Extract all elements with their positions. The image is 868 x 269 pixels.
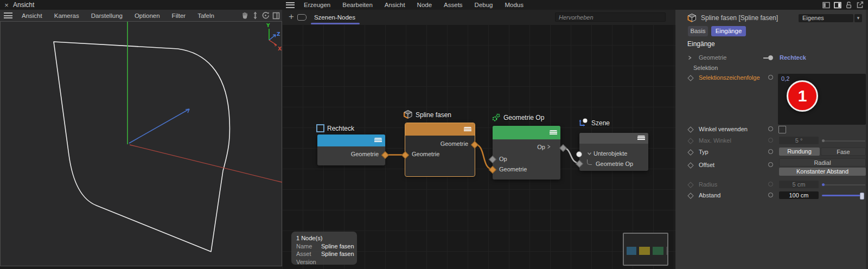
gears-icon (492, 113, 501, 122)
tab-label: Szenen-Nodes (314, 14, 355, 21)
menu-darstellung[interactable]: Darstellung (85, 12, 129, 19)
port-geometrie[interactable] (768, 55, 773, 60)
chevron-right-icon (547, 144, 551, 149)
node-minimap[interactable] (623, 233, 668, 266)
menu-optionen[interactable]: Optionen (129, 12, 166, 19)
port-selektionszeichenfolge[interactable] (768, 75, 773, 80)
port-winkel-verwenden[interactable] (768, 126, 773, 131)
row-label-typ[interactable]: Typ (699, 149, 709, 155)
row-label-geometrie[interactable]: Geometrie (699, 54, 726, 61)
row-diamond-icon (687, 193, 693, 198)
tab-eingaenge[interactable]: Eingänge (711, 26, 746, 36)
chevron-down-icon[interactable] (587, 152, 592, 156)
minimap-node-geometrie-op (653, 247, 663, 255)
port-label-geometrie-op: Geometrie Op (579, 159, 648, 169)
node-title-rechteck: Rechteck (316, 124, 354, 132)
port-label-op-out: Op (493, 142, 560, 152)
node-header[interactable] (493, 126, 560, 139)
offset-option-konstanter-abstand[interactable]: Konstanter Abstand (779, 168, 866, 176)
menu-filter[interactable]: Filter (166, 12, 192, 19)
axis-gizmo: Y Z X (266, 23, 282, 52)
lock-icon[interactable] (845, 1, 852, 9)
layout-split-left-icon[interactable] (822, 2, 830, 9)
rotate-view-icon[interactable] (261, 11, 270, 20)
typ-option-rundung[interactable]: Rundung (779, 148, 820, 156)
tab-szenen-nodes[interactable]: Szenen-Nodes (313, 14, 358, 21)
abstand-field[interactable]: 100 cm (779, 191, 819, 199)
node-menu-icon[interactable] (464, 127, 471, 132)
node-title-geometrie-op: Geometrie Op (492, 113, 544, 122)
node-header[interactable] (405, 123, 475, 136)
port-typ[interactable] (768, 149, 773, 154)
menu-tafeln[interactable]: Tafeln (192, 12, 220, 19)
node-geometrie-op[interactable]: Op Op Geometrie (493, 126, 560, 180)
port-unterobjekte-in[interactable] (576, 151, 582, 157)
maximize-view-icon[interactable] (272, 12, 280, 20)
radius-field: 5 cm (779, 181, 819, 188)
node-title-spline-fasen: Spline fasen (403, 110, 451, 120)
viewport-title-bar: × Ansicht (0, 0, 282, 10)
pan-hand-icon[interactable] (241, 11, 249, 20)
node-rechteck[interactable]: Geometrie (317, 134, 385, 165)
x-axis-line (130, 145, 282, 182)
3d-viewport[interactable]: Y Z X (0, 21, 282, 266)
port-offset[interactable] (768, 162, 773, 167)
node-header[interactable] (317, 134, 385, 146)
offset-option-radial[interactable]: Radial (779, 158, 866, 166)
rectangle-icon (316, 124, 324, 132)
port-abstand[interactable] (768, 193, 773, 197)
highlight-search-input[interactable] (555, 12, 666, 22)
node-menu-icon[interactable] (550, 130, 557, 136)
node-count: 1 Node(s) (296, 234, 322, 242)
group-selektion: Selektion (693, 65, 718, 71)
svg-text:Y: Y (266, 23, 270, 28)
hamburger-menu-icon[interactable] (4, 12, 12, 18)
section-eingaenge: Eingänge (687, 40, 715, 48)
add-tab-icon[interactable]: + (282, 11, 297, 23)
expander-chevron-icon[interactable] (688, 55, 692, 60)
node-menu-icon[interactable] (374, 138, 382, 143)
tab-basis[interactable]: Basis (688, 26, 708, 36)
close-icon[interactable]: × (0, 1, 13, 9)
port-max-winkel (768, 138, 773, 143)
winkel-verwenden-checkbox[interactable] (778, 126, 786, 133)
port-connected-line (763, 57, 768, 59)
value-geometrie[interactable]: Rechteck (780, 54, 806, 61)
selection-info-box: 1 Node(s) Name Spline fasen Asset Spline… (291, 232, 357, 265)
menu-ansicht[interactable]: Ansicht (16, 12, 48, 19)
row-diamond-icon (687, 182, 693, 188)
row-label-offset[interactable]: Offset (699, 162, 714, 168)
row-label-winkel-verwenden[interactable]: Winkel verwenden (699, 126, 748, 132)
node-editor-tab-bar: + Szenen-Nodes (282, 10, 675, 25)
tab-shape-icon[interactable] (297, 14, 307, 21)
viewport-bottom-strip (0, 266, 282, 269)
viewport-menu-bar: Ansicht Kameras Darstellung Optionen Fil… (0, 10, 282, 21)
port-label-geometrie-in: Geometrie (493, 164, 560, 175)
abstand-slider-handle[interactable] (860, 193, 864, 200)
dropdown-arrow-icon[interactable]: ▾ (854, 14, 862, 22)
layout-split-right-icon[interactable] (834, 2, 841, 9)
node-szene[interactable]: Unterobjekte Geometrie Op (579, 133, 648, 171)
port-label-unterobjekte: Unterobjekte (579, 149, 648, 159)
abstand-slider-fill[interactable] (822, 195, 862, 196)
z-axis-line (129, 109, 189, 143)
port-label-geometrie-out: Geometrie (317, 149, 385, 159)
port-label-op-in: Op (493, 154, 560, 164)
node-spline-fasen[interactable]: Geometrie Geometrie (405, 123, 475, 176)
node-menu-icon[interactable] (637, 136, 645, 141)
svg-text:X: X (278, 46, 282, 52)
preset-dropdown[interactable]: Eigenes (799, 14, 853, 22)
node-name-value: Spline fasen (321, 242, 354, 251)
typ-option-fase[interactable]: Fase (821, 148, 866, 156)
spline-fasen-icon (403, 110, 413, 120)
radius-slider (822, 184, 865, 185)
row-label-abstand[interactable]: Abstand (699, 192, 720, 198)
node-header[interactable] (579, 133, 648, 144)
spline-fasen-icon (687, 13, 697, 23)
panel-scroll-strip[interactable] (866, 10, 868, 269)
row-label-selektionszeichenfolge[interactable]: Selektionszeichenfolge (699, 74, 760, 81)
menu-kameras[interactable]: Kameras (48, 12, 85, 19)
popout-icon[interactable] (856, 1, 864, 9)
dolly-zoom-icon[interactable] (252, 11, 259, 20)
minimap-node-szene (666, 247, 668, 255)
